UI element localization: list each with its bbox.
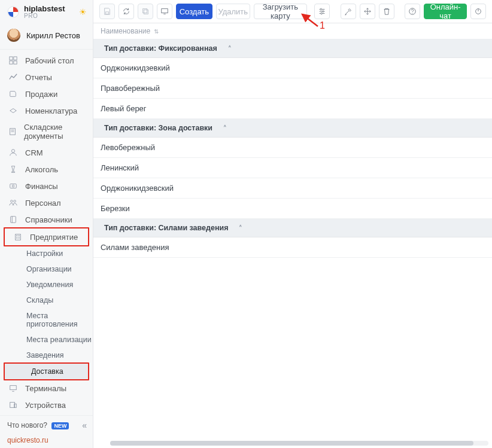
delete-button[interactable]: Удалить: [216, 4, 250, 19]
sidebar-item-label: Складские документы: [24, 123, 93, 141]
group-header[interactable]: Тип доставки: Фиксированная ˄: [93, 39, 492, 58]
svg-point-45: [412, 13, 413, 14]
brand-name: hiplabstest: [24, 5, 65, 13]
table-row[interactable]: Силами заведения: [93, 237, 492, 258]
save-button[interactable]: [99, 4, 115, 19]
sub-item-warehouses[interactable]: Склады: [0, 292, 93, 308]
sidebar-item-dashboard[interactable]: Рабочий стол: [0, 52, 93, 69]
collapse-sidebar-icon[interactable]: «: [82, 420, 87, 430]
svg-rect-2: [14, 57, 17, 60]
svg-rect-17: [19, 236, 20, 237]
svg-rect-16: [16, 236, 17, 237]
sidebar-footer: Что нового? NEW « quickresto.ru: [0, 415, 93, 448]
column-header[interactable]: Наименование ⇅: [93, 23, 492, 39]
svg-rect-20: [10, 386, 17, 390]
group-title: Тип доставки: Силами заведения: [104, 224, 228, 232]
finance-icon: [8, 181, 18, 191]
sidebar-item-personnel[interactable]: Персонал: [0, 194, 93, 211]
sidebar-item-label: Доставка: [31, 367, 63, 376]
filter-settings-button[interactable]: [314, 4, 330, 19]
sidebar-item-label: Организации: [26, 265, 72, 273]
site-link[interactable]: quickresto.ru: [7, 436, 87, 444]
sidebar-item-label: Продажи: [25, 90, 57, 99]
sidebar-item-label: Рабочий стол: [25, 56, 74, 65]
svg-rect-18: [16, 237, 17, 239]
sidebar-item-label: Уведомления: [26, 281, 73, 289]
sidebar-item-label: CRM: [25, 148, 43, 157]
refresh-button[interactable]: [119, 4, 134, 19]
annotation-highlight-enterprise: Предприятие: [4, 227, 89, 246]
sidebar-item-alcohol[interactable]: Алкоголь: [0, 161, 93, 178]
nomenclature-icon: [8, 106, 18, 115]
sub-item-sale-places[interactable]: Места реализации: [0, 332, 93, 348]
sidebar-item-terminals[interactable]: Терминалы: [0, 380, 93, 397]
avatar: [7, 29, 20, 42]
svg-rect-3: [10, 61, 13, 64]
load-map-button[interactable]: Загрузить карту: [254, 4, 307, 19]
sales-icon: [8, 89, 18, 99]
table-row[interactable]: Правобережный: [93, 78, 492, 99]
copy-button[interactable]: [138, 4, 153, 19]
theme-toggle-icon[interactable]: ☀: [79, 7, 87, 17]
table-row[interactable]: Ленинский: [93, 158, 492, 178]
sidebar-item-warehouse-docs[interactable]: Складские документы: [0, 119, 93, 144]
display-button[interactable]: [157, 4, 172, 19]
group-header[interactable]: Тип доставки: Силами заведения ˄: [93, 219, 492, 237]
power-button[interactable]: [470, 4, 486, 19]
sub-item-settings[interactable]: Настройки: [0, 246, 93, 261]
group-title: Тип доставки: Зона доставки: [104, 124, 212, 132]
table-row[interactable]: Левый берег: [93, 99, 492, 119]
table-row[interactable]: Левобережный: [93, 138, 492, 158]
dashboard-icon: [8, 56, 18, 65]
user-name: Кирилл Рестов: [26, 31, 80, 40]
sidebar-item-crm[interactable]: CRM: [0, 144, 93, 161]
online-chat-button[interactable]: Онлайн-чат: [424, 4, 467, 19]
chevron-up-icon: ˄: [239, 224, 242, 232]
table-row[interactable]: Орджоникидзевкий: [93, 58, 492, 78]
column-header-label: Наименование: [101, 27, 150, 35]
move-button[interactable]: [360, 4, 375, 19]
sidebar-nav: Рабочий стол Отчеты Продажи Номенклатура…: [0, 50, 93, 415]
create-button[interactable]: Создать: [176, 4, 212, 19]
sub-item-notifications[interactable]: Уведомления: [0, 277, 93, 292]
sidebar-item-enterprise[interactable]: Предприятие: [5, 228, 88, 245]
user-row[interactable]: Кирилл Рестов: [0, 23, 93, 50]
reference-icon: [8, 215, 18, 224]
sidebar-item-label: Отчеты: [25, 73, 52, 82]
table-body: Тип доставки: Фиксированная ˄ Орджоникид…: [93, 39, 492, 258]
sidebar-item-finance[interactable]: Финансы: [0, 178, 93, 194]
sidebar-item-reference[interactable]: Справочники: [0, 211, 93, 228]
sidebar-item-label: Настройки: [26, 249, 63, 258]
whats-new-link[interactable]: Что нового? NEW: [7, 421, 69, 429]
svg-point-12: [14, 200, 16, 203]
group-header[interactable]: Тип доставки: Зона доставки ˄: [93, 119, 492, 138]
brand-sub: PRO: [24, 13, 65, 20]
svg-point-10: [12, 185, 14, 187]
devices-icon: [8, 400, 18, 410]
horizontal-scrollbar[interactable]: [110, 441, 488, 446]
sidebar-item-devices[interactable]: Устройства: [0, 397, 93, 413]
sidebar-item-label: Места реализации: [26, 336, 92, 344]
table-row[interactable]: Березки: [93, 199, 492, 219]
svg-rect-13: [11, 217, 16, 223]
tools-button[interactable]: [341, 4, 356, 19]
scrollbar-thumb[interactable]: [110, 441, 473, 446]
sidebar-item-sales[interactable]: Продажи: [0, 86, 93, 102]
sidebar-item-label: Места приготовления: [26, 312, 93, 328]
trash-button[interactable]: [379, 4, 394, 19]
sidebar-item-label: Персонал: [25, 199, 61, 208]
sub-item-cooking-places[interactable]: Места приготовления: [0, 308, 93, 332]
sidebar-item-reports[interactable]: Отчеты: [0, 69, 93, 86]
table-row[interactable]: Орджоникидзевский: [93, 178, 492, 199]
sub-item-venues[interactable]: Заведения: [0, 348, 93, 363]
annotation-highlight-delivery: Доставка: [4, 362, 89, 380]
help-button[interactable]: [405, 4, 420, 19]
sidebar-item-nomenclature[interactable]: Номенклатура: [0, 102, 93, 119]
svg-point-11: [11, 200, 13, 203]
group-title: Тип доставки: Фиксированная: [104, 44, 217, 53]
sub-item-delivery[interactable]: Доставка: [5, 364, 88, 379]
chevron-up-icon: ˄: [228, 45, 232, 53]
sidebar-item-label: Финансы: [25, 182, 58, 191]
sub-item-organizations[interactable]: Организации: [0, 261, 93, 277]
warehouse-docs-icon: [8, 127, 17, 136]
